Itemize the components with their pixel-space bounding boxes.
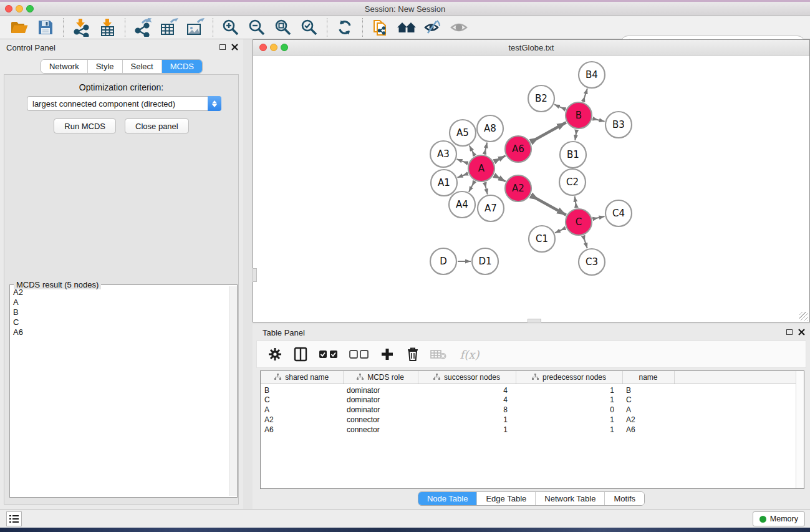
tab-node-table[interactable]: Node Table [418,492,478,505]
graph-edge-B-B1[interactable] [575,130,576,140]
optimization-criterion-select[interactable]: largest connected component (directed) [27,96,221,111]
zoom-fit-button[interactable] [270,17,296,37]
function-builder-button[interactable]: f(x) [456,346,483,362]
memory-button[interactable]: Memory [753,511,805,526]
result-item[interactable]: B [10,307,229,317]
graph-edge-A-A1[interactable] [457,173,468,178]
graph-node-A6[interactable]: A6 [505,136,531,162]
column-header[interactable]: name [622,371,674,384]
import-table-button[interactable] [94,17,120,37]
birdseye-view-button[interactable] [446,17,472,37]
graph-edge-A-A3[interactable] [457,159,468,163]
float-panel-icon[interactable] [219,44,226,50]
network-from-file-button[interactable] [367,17,393,37]
graph-node-B1[interactable]: B1 [560,142,586,168]
graph-node-A2[interactable]: A2 [505,175,531,201]
network-canvas[interactable]: B4B2BB3A8A5A6A3B1AC2A1A2A4A7C4CC1C3DD1 [253,56,809,322]
zoom-in-button[interactable] [218,17,244,37]
graph-node-C[interactable]: C [566,209,592,235]
close-table-panel-icon[interactable] [798,329,805,336]
graph-node-B[interactable]: B [566,102,592,128]
graph-edge-C-C4[interactable] [592,216,604,219]
graph-node-C1[interactable]: C1 [529,226,555,252]
refresh-layout-button[interactable] [332,17,358,37]
close-panel-icon[interactable] [231,44,238,51]
tab-network[interactable]: Network [41,60,88,73]
graph-node-A4[interactable]: A4 [449,191,475,218]
graph-edge-A-A6[interactable] [494,156,505,162]
graph-node-C2[interactable]: C2 [559,169,586,195]
graph-edge-A2-C[interactable] [531,195,566,215]
table-settings-button[interactable] [267,346,283,362]
column-header[interactable]: successor nodes [418,371,516,384]
graph-node-A[interactable]: A [468,155,494,181]
tab-motifs[interactable]: Motifs [605,492,644,505]
graph-node-D[interactable]: D [430,248,456,274]
close-panel-button[interactable]: Close panel [125,118,189,133]
table-row[interactable]: Bdominator41B [261,384,796,395]
float-table-panel-icon[interactable] [786,329,793,335]
splitter-handle-vertical[interactable] [253,268,257,282]
delete-column-button[interactable] [405,346,421,362]
zoom-selected-button[interactable] [296,17,322,37]
graph-edge-A-A2[interactable] [494,175,506,181]
column-header[interactable]: MCDS role [343,371,418,384]
tab-select[interactable]: Select [123,60,162,73]
graph-node-A7[interactable]: A7 [478,195,504,221]
graph-node-A5[interactable]: A5 [450,120,476,146]
export-network-button[interactable] [130,17,156,37]
graph-edge-A-A5[interactable] [470,145,475,155]
open-session-button[interactable] [6,17,32,37]
resize-grip-icon[interactable] [799,312,808,321]
delete-table-button[interactable] [430,346,446,362]
graph-node-A3[interactable]: A3 [430,141,456,167]
table-row[interactable]: A2connector11A2 [261,415,796,425]
splitter-handle-horizontal[interactable] [528,319,541,322]
graph-edge-A-A7[interactable] [485,182,488,194]
graph-node-C4[interactable]: C4 [605,200,632,226]
graph-edge-A-A4[interactable] [469,181,475,191]
export-image-button[interactable] [182,17,208,37]
column-header[interactable]: predecessor nodes [516,371,622,384]
table-row[interactable]: A6connector11A6 [261,425,796,435]
tab-style[interactable]: Style [88,60,123,73]
column-header[interactable]: shared name [261,371,343,384]
import-network-button[interactable] [68,17,94,37]
graph-node-A8[interactable]: A8 [477,115,503,142]
table-scrollbar[interactable] [796,371,804,488]
graph-node-B3[interactable]: B3 [605,112,632,138]
show-columns-button[interactable] [292,346,309,362]
tab-network-table[interactable]: Network Table [536,492,605,505]
result-item[interactable]: A [10,297,229,307]
run-mcds-button[interactable]: Run MCDS [54,118,116,133]
graph-edge-C-C2[interactable] [575,196,577,208]
result-item[interactable]: C [10,317,229,327]
task-history-button[interactable] [6,511,22,526]
export-table-button[interactable] [156,17,182,37]
mcds-result-list[interactable]: A2ABCA6 [10,288,229,497]
deselect-all-button[interactable] [349,346,370,362]
graph-edge-C-C3[interactable] [583,236,587,248]
graph-edge-B-B2[interactable] [554,104,566,109]
select-all-button[interactable] [318,346,339,362]
home-pages-button[interactable] [393,17,420,37]
network-window-titlebar[interactable]: testGlobe.txt [253,40,809,56]
zoom-out-button[interactable] [244,17,270,37]
graph-edge-B-B4[interactable] [583,89,587,102]
result-item[interactable]: A6 [10,327,229,337]
graph-edge-A-A8[interactable] [485,142,487,154]
save-session-button[interactable] [32,17,59,37]
graph-node-C3[interactable]: C3 [579,249,605,275]
graph-node-B4[interactable]: B4 [579,62,605,88]
result-scrollbar[interactable] [229,286,237,496]
tab-edge-table[interactable]: Edge Table [477,492,536,505]
tab-mcds[interactable]: MCDS [162,60,202,73]
graph-node-D1[interactable]: D1 [472,248,498,274]
graph-edge-C-C1[interactable] [555,228,566,233]
add-column-button[interactable] [379,346,395,362]
result-item[interactable]: A2 [10,288,229,297]
graph-node-B2[interactable]: B2 [528,85,554,112]
graph-edge-A6-B[interactable] [531,122,566,142]
graph-edge-B-B3[interactable] [592,118,604,122]
table-row[interactable]: Adominator80A [261,405,796,415]
